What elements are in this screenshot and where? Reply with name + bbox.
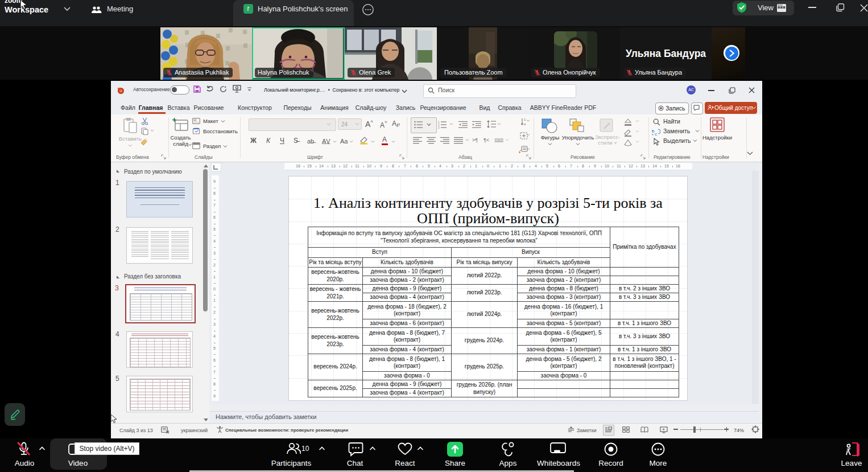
svg-text:я: я xyxy=(524,122,526,126)
svg-text:c: c xyxy=(655,132,657,136)
svg-text:3: 3 xyxy=(438,126,440,129)
